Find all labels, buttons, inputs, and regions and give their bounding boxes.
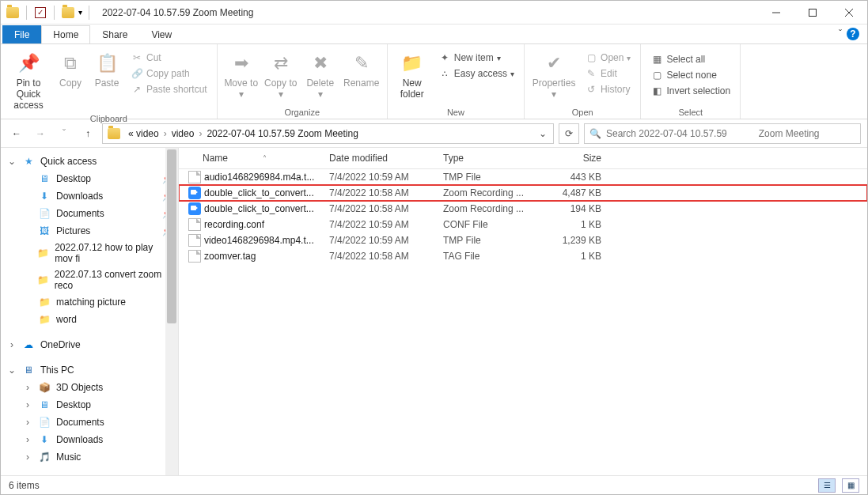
select-all-button[interactable]: ▦Select all	[649, 52, 732, 66]
address-bar[interactable]: « video› video› 2022-07-04 10.57.59 Zoom…	[102, 123, 554, 144]
chevron-right-icon[interactable]: ›	[23, 434, 32, 445]
copy-button[interactable]: ⧉ Copy	[53, 49, 88, 90]
maximize-button[interactable]	[794, 1, 831, 25]
move-to-button[interactable]: ➡ Move to ▾	[222, 49, 260, 101]
cut-button[interactable]: ✂Cut	[129, 51, 209, 65]
close-button[interactable]	[831, 1, 867, 25]
nav-recent-button[interactable]: ˇ	[55, 124, 74, 143]
sidebar-item[interactable]: 📁word	[1, 311, 178, 328]
sidebar-item[interactable]: ›🎵Music	[1, 448, 178, 466]
ribbon: 📌 Pin to Quick access ⧉ Copy 📋 Paste ✂Cu…	[1, 43, 867, 119]
new-folder-button[interactable]: 📁 New folder	[392, 49, 432, 101]
file-row[interactable]: video1468296984.mp4.t...7/4/2022 10:59 A…	[179, 232, 867, 248]
sidebar-item[interactable]: 📁2022.07.13 convert zoom reco	[1, 266, 178, 293]
chevron-right-icon[interactable]: ›	[23, 399, 32, 410]
chevron-right-icon[interactable]: ›	[23, 382, 32, 393]
copy-to-button[interactable]: ⇄ Copy to ▾	[262, 49, 300, 101]
sidebar-onedrive[interactable]: › ☁ OneDrive	[1, 336, 178, 353]
sidebar-scrollbar[interactable]	[165, 148, 178, 475]
star-icon: ★	[21, 155, 36, 168]
ribbon-collapse-icon[interactable]: ˇ	[839, 28, 842, 40]
history-icon: ↺	[585, 83, 597, 96]
paste-button[interactable]: 📋 Paste	[89, 49, 124, 90]
file-type: TMP File	[443, 172, 546, 183]
chevron-right-icon[interactable]: ›	[23, 417, 32, 428]
minimize-button[interactable]	[758, 1, 794, 25]
breadcrumb[interactable]: video	[167, 128, 199, 139]
pictures-icon: 🖼	[37, 225, 51, 237]
sidebar-item[interactable]: 📁matching picture	[1, 293, 178, 311]
sidebar-item[interactable]: ⬇Downloads📌	[1, 187, 178, 205]
sidebar-item[interactable]: ›⬇Downloads	[1, 431, 178, 448]
file-row[interactable]: audio1468296984.m4a.t...7/4/2022 10:59 A…	[179, 169, 867, 185]
refresh-button[interactable]: ⟳	[559, 123, 579, 144]
nav-up-button[interactable]: ↑	[78, 124, 97, 143]
file-date: 7/4/2022 10:58 AM	[329, 251, 443, 262]
nav-back-button[interactable]: ←	[7, 124, 26, 143]
new-item-button[interactable]: ✦New item ▾	[437, 51, 516, 65]
sidebar-item-label: Desktop	[56, 399, 91, 410]
file-row[interactable]: double_click_to_convert...7/4/2022 10:58…	[179, 201, 867, 217]
sidebar-item[interactable]: 📄Documents📌	[1, 205, 178, 222]
sidebar-this-pc[interactable]: ⌄ 🖥 This PC	[1, 361, 178, 379]
tab-file[interactable]: File	[2, 25, 41, 43]
sidebar-item[interactable]: 📁2022.07.12 how to play mov fi	[1, 240, 178, 266]
file-size: 1,239 KB	[546, 235, 609, 246]
file-row[interactable]: zoomver.tag7/4/2022 10:58 AMTAG File1 KB	[179, 248, 867, 264]
large-icons-view-button[interactable]: ▦	[842, 478, 859, 493]
copy-path-button[interactable]: 🔗Copy path	[129, 66, 209, 81]
rename-button[interactable]: ✎ Rename	[341, 49, 382, 90]
edit-button[interactable]: ✎Edit	[583, 66, 632, 81]
chevron-right-icon[interactable]: ›	[23, 452, 32, 463]
address-dropdown-icon[interactable]: ⌄	[534, 128, 552, 139]
open-button[interactable]: ▢Open ▾	[583, 51, 632, 65]
documents-icon: 📄	[37, 416, 51, 429]
chevron-down-icon[interactable]: ⌄	[7, 365, 17, 376]
col-header-date[interactable]: Date modified	[329, 153, 443, 164]
chevron-down-icon[interactable]: ⌄	[7, 156, 17, 167]
col-header-name[interactable]: Name ˄	[179, 153, 329, 164]
select-none-button[interactable]: ▢Select none	[649, 68, 732, 82]
col-header-size[interactable]: Size	[546, 153, 609, 164]
chevron-right-icon[interactable]: ›	[7, 339, 17, 350]
pin-to-quick-access-button[interactable]: 📌 Pin to Quick access	[6, 49, 51, 112]
properties-button[interactable]: ✔ Properties ▾	[529, 49, 578, 101]
sidebar-item[interactable]: 🖼Pictures📌	[1, 222, 178, 240]
tab-home[interactable]: Home	[41, 25, 90, 43]
easy-access-button[interactable]: ⛬Easy access ▾	[437, 66, 516, 81]
sidebar-item[interactable]: ›🖥Desktop	[1, 396, 178, 414]
delete-button[interactable]: ✖ Delete ▾	[301, 49, 339, 101]
sidebar-quick-access[interactable]: ⌄ ★ Quick access	[1, 153, 178, 170]
sidebar-item[interactable]: ›📄Documents	[1, 414, 178, 431]
copy-label: Copy	[59, 77, 81, 89]
window-title: 2022-07-04 10.57.59 Zoom Meeting	[97, 7, 758, 18]
breadcrumb[interactable]: 2022-07-04 10.57.59 Zoom Meeting	[202, 128, 362, 139]
search-input[interactable]	[606, 128, 855, 139]
sidebar-item-label: Desktop	[56, 173, 91, 184]
help-icon[interactable]: ?	[847, 28, 859, 40]
group-label: Select	[646, 106, 735, 119]
search-box[interactable]: 🔍	[584, 123, 861, 144]
sidebar-item[interactable]: ›📦3D Objects	[1, 379, 178, 396]
nav-forward-button[interactable]: →	[31, 124, 50, 143]
chevron-down-icon[interactable]: ▾	[78, 8, 82, 17]
file-type: TMP File	[443, 235, 546, 246]
details-view-button[interactable]: ☰	[818, 478, 836, 493]
folder-icon: 📁	[37, 313, 51, 326]
invert-selection-button[interactable]: ◧Invert selection	[649, 84, 732, 98]
breadcrumb[interactable]: « video	[123, 128, 164, 139]
tab-share[interactable]: Share	[90, 25, 139, 43]
item-count: 6 items	[9, 480, 40, 491]
file-date: 7/4/2022 10:59 AM	[329, 219, 443, 230]
col-header-type[interactable]: Type	[443, 153, 546, 164]
file-row[interactable]: double_click_to_convert...7/4/2022 10:58…	[179, 185, 867, 201]
scrollbar-thumb[interactable]	[167, 149, 176, 323]
sidebar-item[interactable]: 🖥Desktop📌	[1, 170, 178, 187]
file-row[interactable]: recording.conf7/4/2022 10:59 AMCONF File…	[179, 217, 867, 232]
history-button[interactable]: ↺History	[583, 82, 632, 96]
paste-icon: 📋	[94, 51, 119, 76]
paste-shortcut-button[interactable]: ↗Paste shortcut	[129, 82, 209, 96]
tab-view[interactable]: View	[139, 25, 184, 43]
properties-qat-icon[interactable]: ✓	[33, 6, 47, 20]
svg-rect-1	[809, 9, 817, 16]
